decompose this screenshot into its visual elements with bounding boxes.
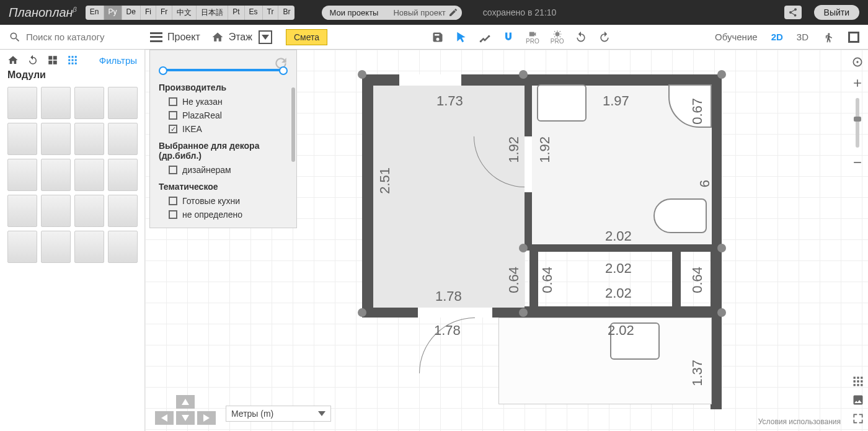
lang-br[interactable]: Br [278, 6, 294, 20]
filter-opt[interactable]: Готовые кухни [159, 194, 288, 208]
filter-opt[interactable]: IKEA [159, 122, 288, 136]
breadcrumb: Мои проекты Новый проект [322, 6, 461, 20]
nav-up[interactable] [176, 395, 195, 409]
filter-panel: Производитель Не указан PlazaReal IKEA В… [149, 50, 297, 228]
camera-pro-icon[interactable]: PRO [526, 30, 539, 45]
nav-pad [155, 395, 216, 425]
lang-en[interactable]: En [86, 6, 104, 20]
view-2d[interactable]: 2D [771, 32, 783, 42]
module-thumb[interactable] [74, 195, 104, 227]
nav-right[interactable] [197, 411, 216, 425]
home-icon[interactable] [7, 55, 19, 66]
floor-menu[interactable]: Этаж [229, 32, 252, 43]
module-thumbnails [7, 87, 137, 263]
undo-nav-icon[interactable] [27, 55, 38, 66]
module-thumb[interactable] [7, 195, 37, 227]
filters-link[interactable]: Фильтры [99, 55, 137, 66]
sink-fixture[interactable] [537, 84, 587, 122]
language-switcher[interactable]: En Ру De Fi Fr 中文 日本語 Pt Es Tr Br [86, 6, 295, 20]
module-thumb[interactable] [7, 123, 37, 155]
filter-opt[interactable]: PlazaReal [159, 109, 288, 122]
nav-left[interactable] [155, 411, 174, 425]
grid-toggle-icon[interactable] [852, 375, 864, 388]
fullscreen-icon[interactable] [848, 32, 859, 43]
module-thumb[interactable] [41, 87, 71, 119]
walk-view-icon[interactable] [822, 31, 835, 43]
module-thumb[interactable] [74, 159, 104, 191]
dim-label: 1.78 [434, 322, 461, 339]
lang-zh[interactable]: 中文 [172, 6, 197, 20]
lang-ja[interactable]: 日本語 [197, 6, 228, 20]
save-icon[interactable] [432, 31, 444, 43]
module-thumb[interactable] [41, 159, 71, 191]
module-thumb[interactable] [74, 87, 104, 119]
lang-tr[interactable]: Tr [263, 6, 279, 20]
expand-icon[interactable] [852, 412, 864, 425]
lang-fi[interactable]: Fi [141, 6, 156, 20]
view-3d[interactable]: 3D [797, 32, 808, 42]
terms-link[interactable]: Условия использования [758, 417, 841, 426]
breadcrumb-current[interactable]: Новый проект [386, 6, 461, 20]
wall-tool-icon[interactable] [479, 31, 491, 43]
pointer-icon[interactable] [455, 31, 467, 43]
lang-es[interactable]: Es [245, 6, 263, 20]
lang-fr[interactable]: Fr [156, 6, 172, 20]
sidebar: Фильтры Модули [0, 50, 145, 431]
zoom-in-icon[interactable] [851, 77, 864, 89]
filter-opt[interactable]: дизайнерам [159, 163, 288, 177]
redo-icon[interactable] [598, 31, 611, 43]
share-button[interactable] [784, 6, 802, 19]
units-dropdown[interactable]: Метры (m) [226, 406, 331, 422]
module-thumb[interactable] [7, 87, 37, 119]
search-icon [9, 31, 21, 43]
pencil-icon[interactable] [448, 7, 458, 17]
filter-opt[interactable]: не определено [159, 208, 288, 221]
zoom-out-icon[interactable] [851, 156, 864, 169]
module-thumb[interactable] [108, 123, 138, 155]
module-thumb[interactable] [7, 159, 37, 191]
lang-pt[interactable]: Pt [228, 6, 244, 20]
toilet-fixture[interactable] [653, 198, 707, 233]
dim-label: 1.37 [689, 360, 706, 386]
lang-ru[interactable]: Ру [104, 6, 122, 20]
module-thumb[interactable] [41, 123, 71, 155]
view-large-icon[interactable] [47, 55, 58, 66]
module-thumb[interactable] [7, 231, 37, 263]
dim-label: 1.73 [436, 93, 463, 109]
menu-icon[interactable] [150, 32, 162, 42]
exit-button[interactable]: Выйти [814, 5, 859, 20]
module-thumb[interactable] [41, 231, 71, 263]
sun-pro-icon[interactable]: PRO [551, 30, 564, 45]
image-icon[interactable] [852, 394, 864, 406]
nav-down[interactable] [176, 411, 195, 425]
logo: Планопланβ [9, 6, 77, 20]
module-thumb[interactable] [108, 87, 138, 119]
floor-dropdown[interactable] [259, 30, 272, 44]
undo-icon[interactable] [575, 31, 587, 43]
breadcrumb-projects[interactable]: Мои проекты [322, 6, 386, 20]
target-icon[interactable] [851, 56, 864, 68]
price-slider[interactable] [161, 69, 285, 71]
magnet-icon[interactable] [502, 31, 515, 43]
project-menu[interactable]: Проект [167, 32, 200, 43]
dim-label: 1.92 [537, 136, 553, 163]
module-thumb[interactable] [108, 231, 138, 263]
dim-label: 2.02 [605, 228, 632, 244]
view-grid-icon[interactable] [67, 55, 78, 66]
catalog-search[interactable] [9, 31, 145, 43]
module-thumb[interactable] [108, 159, 138, 191]
lang-de[interactable]: De [122, 6, 141, 20]
panel-scrollbar[interactable] [291, 87, 295, 162]
home-up-icon[interactable] [211, 31, 224, 43]
module-thumb[interactable] [108, 195, 138, 227]
estimate-button[interactable]: Смета [286, 29, 327, 45]
zoom-slider[interactable] [856, 98, 859, 148]
filter-opt[interactable]: Не указан [159, 95, 288, 109]
search-input[interactable] [26, 32, 131, 42]
module-thumb[interactable] [74, 123, 104, 155]
module-thumb[interactable] [41, 195, 71, 227]
module-thumb[interactable] [74, 231, 104, 263]
training-link[interactable]: Обучение [715, 32, 758, 42]
saved-status: сохранено в 21:10 [483, 7, 557, 17]
dim-label: 2.02 [608, 322, 634, 339]
